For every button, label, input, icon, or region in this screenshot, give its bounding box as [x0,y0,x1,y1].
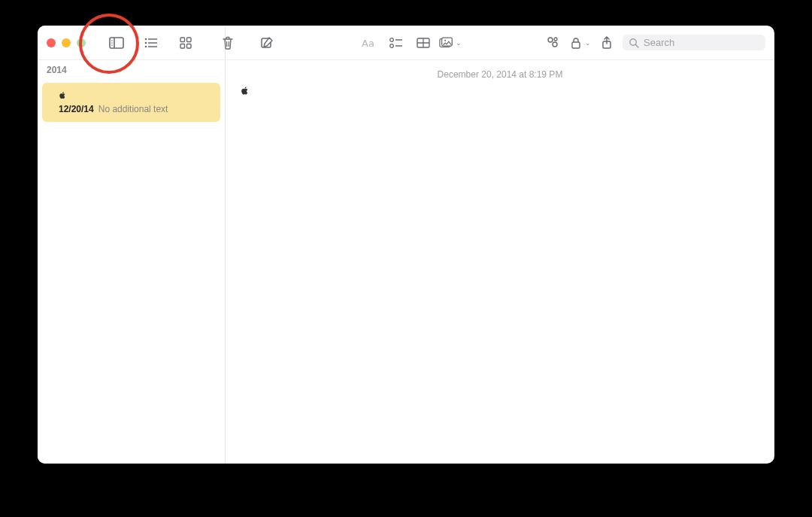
search-field[interactable] [623,35,765,50]
svg-point-9 [145,45,147,47]
note-list-item[interactable]: 12/20/14 No additional text [42,83,220,122]
new-note-button[interactable] [256,32,278,54]
section-header-label: 2014 [47,65,67,75]
svg-text:Aa: Aa [362,38,374,48]
note-editor-area: Aa [226,26,774,464]
insert-media-button[interactable]: ⌄ [439,32,462,54]
svg-rect-32 [572,42,580,48]
sidebar-toolbar [105,32,197,54]
note-timestamp: December 20, 2014 at 8:19 PM [241,69,759,80]
list-view-button[interactable] [140,32,162,54]
chevron-down-icon: ⌄ [456,39,462,47]
lock-icon [568,35,583,50]
svg-rect-11 [180,38,185,42]
svg-point-7 [145,41,147,44]
svg-rect-13 [180,44,185,48]
apple-logo-icon [59,92,66,99]
svg-point-2 [111,40,113,41]
note-list-item-meta: 12/20/14 No additional text [59,104,211,114]
left-titlebar [38,26,225,60]
share-icon [599,35,614,50]
window-minimize-button[interactable] [62,38,71,47]
svg-point-19 [390,38,394,41]
grid-icon [178,35,193,50]
svg-point-30 [553,42,557,47]
main-toolbar: Aa [226,26,774,60]
svg-line-35 [635,44,638,47]
toggle-sidebar-button[interactable] [105,32,128,54]
search-icon [629,38,639,48]
note-editor-body[interactable]: December 20, 2014 at 8:19 PM [226,60,774,464]
apple-logo-icon [241,87,248,96]
share-button[interactable] [595,32,618,54]
svg-point-21 [390,44,394,47]
note-item-date: 12/20/14 [59,104,94,114]
traffic-lights [47,38,86,47]
table-icon [416,35,431,50]
svg-point-3 [111,42,113,44]
svg-point-28 [444,39,446,41]
chevron-down-icon: ⌄ [585,39,591,47]
list-view-icon [144,35,159,50]
svg-point-29 [548,38,553,42]
media-icon [439,35,454,50]
sidebar-panel-icon [109,35,124,50]
note-list-item-title [59,90,211,101]
note-item-preview: No additional text [98,104,168,114]
compose-icon [259,35,274,50]
svg-rect-14 [187,44,192,48]
checklist-button[interactable] [385,32,408,54]
gallery-view-button[interactable] [174,32,197,54]
text-format-icon: Aa [362,35,377,50]
note-list: 12/20/14 No additional text [38,78,225,126]
search-input[interactable] [644,37,759,48]
checklist-icon [389,35,404,50]
svg-point-4 [111,44,113,46]
link-note-button[interactable] [541,32,564,54]
delete-note-button[interactable] [214,32,236,54]
notes-list-sidebar: 2014 12/20/14 No additional text [38,26,226,464]
note-content[interactable] [241,86,759,97]
svg-point-31 [554,38,557,41]
table-button[interactable] [412,32,435,54]
format-text-button[interactable]: Aa [358,32,380,54]
svg-point-5 [145,38,147,40]
lock-note-button[interactable]: ⌄ [568,32,591,54]
window-close-button[interactable] [47,38,56,47]
section-header: 2014 [38,60,225,78]
link-collab-icon [545,35,560,50]
window-zoom-button[interactable] [77,38,86,47]
svg-rect-12 [187,38,192,42]
notes-window: 2014 12/20/14 No additional text [38,26,774,464]
